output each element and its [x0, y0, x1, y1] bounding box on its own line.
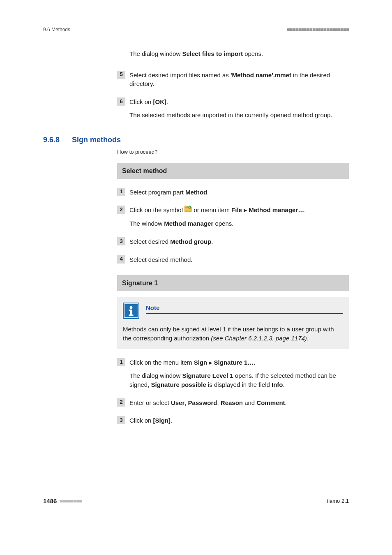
- select-step-3: 3 Select desired Method group.: [117, 237, 349, 246]
- step-body: Click on the menu item Sign ▶ Signature …: [129, 358, 349, 389]
- step-number: 2: [117, 398, 125, 407]
- howto-text: How to proceed?: [117, 148, 349, 156]
- svg-rect-7: [129, 314, 134, 316]
- step-number: 3: [117, 237, 125, 245]
- step-body: Click on [Sign].: [129, 416, 349, 425]
- step-number: 5: [117, 71, 125, 79]
- step-number: 1: [117, 358, 125, 366]
- header-section-label: 9.6 Methods: [43, 26, 70, 33]
- step-number: 3: [117, 416, 125, 424]
- intro-text: The dialog window Select files to import…: [129, 49, 349, 58]
- triangle-icon: ▶: [244, 208, 247, 213]
- step-number: 6: [117, 97, 125, 106]
- step-body: Select desired import files named as 'Me…: [129, 71, 349, 89]
- svg-point-1: [189, 206, 191, 208]
- step-body: Select desired Method group.: [129, 237, 349, 246]
- info-icon: [123, 303, 139, 319]
- page-footer: 1486 ■■■■■■■■ tiamo 2.1: [43, 497, 349, 506]
- svg-rect-6: [129, 310, 131, 311]
- step-6: 6 Click on [OK]. The selected methods ar…: [117, 97, 349, 120]
- page-header: 9.6 Methods ■■■■■■■■■■■■■■■■■■■■■■: [43, 26, 349, 34]
- select-step-4: 4 Select desired method.: [117, 255, 349, 264]
- folder-icon: [184, 206, 192, 215]
- footer-product: tiamo 2.1: [327, 497, 349, 505]
- sig-step-3: 3 Click on [Sign].: [117, 416, 349, 425]
- note-body: Methods can only be signed at level 1 if…: [123, 325, 343, 343]
- svg-point-4: [130, 306, 133, 309]
- section-title: Sign methods: [72, 134, 121, 145]
- step-number: 1: [117, 188, 125, 196]
- section-number: 9.6.8: [43, 134, 60, 145]
- step-5: 5 Select desired import files named as '…: [117, 71, 349, 89]
- step-number: 2: [117, 206, 125, 214]
- select-step-1: 1 Select program part Method.: [117, 188, 349, 197]
- step-body: Select program part Method.: [129, 188, 349, 197]
- step-body: Enter or select User, Password, Reason a…: [129, 398, 349, 407]
- step-result: The selected methods are imported in the…: [129, 111, 349, 120]
- sig-step-1: 1 Click on the menu item Sign ▶ Signatur…: [117, 358, 349, 389]
- select-step-2: 2 Click on the symbol or menu item File …: [117, 206, 349, 228]
- step-result: The dialog window Signature Level 1 open…: [129, 371, 349, 389]
- band-select-method: Select method: [117, 163, 349, 179]
- footer-ornament: ■■■■■■■■: [59, 497, 82, 505]
- sig-step-2: 2 Enter or select User, Password, Reason…: [117, 398, 349, 407]
- band-signature-1: Signature 1: [117, 275, 349, 291]
- triangle-icon: ▶: [209, 360, 212, 365]
- step-number: 4: [117, 255, 125, 264]
- step-result: The window Method manager opens.: [129, 219, 349, 228]
- note-box: Note Methods can only be signed at level…: [117, 297, 349, 349]
- step-body: Click on the symbol or menu item File ▶ …: [129, 206, 349, 228]
- note-title: Note: [146, 303, 343, 314]
- page-number: 1486: [43, 497, 57, 506]
- section-heading: 9.6.8 Sign methods: [43, 134, 349, 145]
- header-ornament: ■■■■■■■■■■■■■■■■■■■■■■: [287, 26, 349, 34]
- step-body: Click on [OK]. The selected methods are …: [129, 97, 349, 120]
- step-body: Select desired method.: [129, 255, 349, 264]
